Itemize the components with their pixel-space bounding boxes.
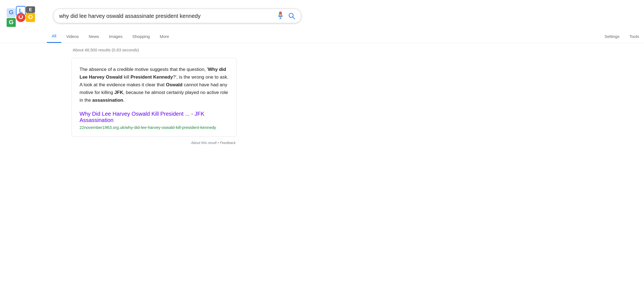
main-content: About 48,500 results (0.63 seconds) The … [0, 43, 237, 145]
tab-all[interactable]: All [47, 30, 61, 43]
search-bar[interactable]: why did lee harvey oswald assassinate pr… [53, 9, 301, 23]
snippet-text: The absence of a credible motive suggest… [80, 66, 229, 104]
svg-text:L: L [19, 7, 23, 14]
svg-text:O: O [18, 13, 23, 20]
svg-text:G: G [9, 9, 13, 16]
microphone-icon[interactable] [277, 12, 284, 20]
tab-tools[interactable]: Tools [624, 30, 644, 43]
tab-more[interactable]: More [155, 30, 174, 43]
google-logo[interactable]: G O O G L E [7, 5, 45, 27]
svg-text:O: O [28, 13, 33, 20]
svg-rect-14 [280, 15, 281, 16]
results-count: About 48,500 results (0.63 seconds) [72, 48, 237, 52]
logo-svg: G O O G L E [7, 5, 40, 27]
svg-line-18 [293, 17, 295, 19]
search-icon[interactable] [288, 12, 295, 20]
tab-videos[interactable]: Videos [61, 30, 84, 43]
featured-snippet-card: The absence of a credible motive suggest… [72, 58, 237, 137]
about-result[interactable]: About this result • Feedback [72, 141, 237, 145]
snippet-url: 22november1963.org.uk/why-did-lee-harvey… [80, 125, 216, 130]
snippet-link-title[interactable]: Why Did Lee Harvey Oswald Kill President… [80, 111, 229, 123]
nav-right-items: Settings Tools [600, 30, 644, 43]
doodle-logo: G O O G L E [7, 5, 40, 27]
search-icons [277, 12, 295, 20]
tab-shopping[interactable]: Shopping [127, 30, 155, 43]
search-input[interactable]: why did lee harvey oswald assassinate pr… [59, 13, 274, 19]
svg-text:G: G [9, 19, 13, 26]
tab-images[interactable]: Images [104, 30, 127, 43]
svg-text:E: E [29, 7, 32, 12]
svg-rect-13 [280, 12, 281, 15]
header: G O O G L E why did lee harvey oswald [0, 0, 644, 27]
nav-tabs: All Videos News Images Shopping More Set… [0, 30, 644, 43]
search-bar-wrapper: why did lee harvey oswald assassinate pr… [53, 9, 301, 23]
tab-settings[interactable]: Settings [600, 30, 624, 43]
tab-news[interactable]: News [84, 30, 104, 43]
